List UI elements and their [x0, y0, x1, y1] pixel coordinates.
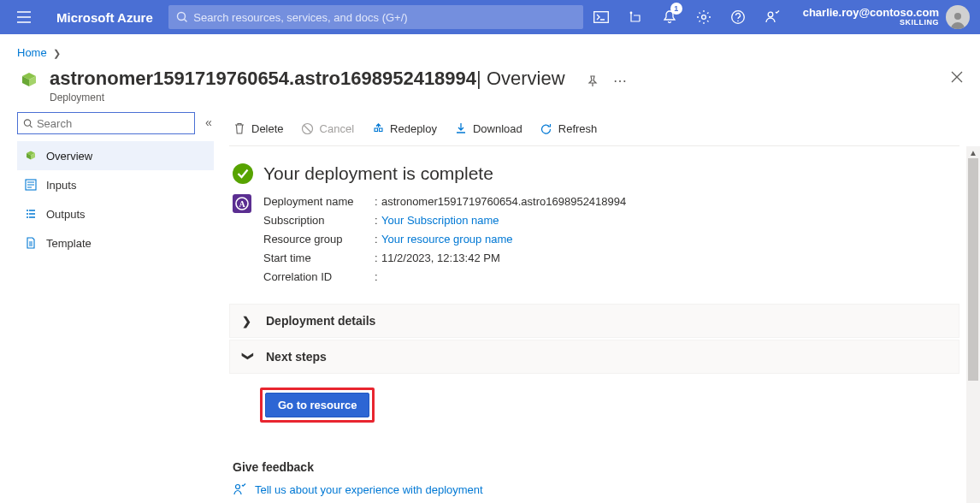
sidebar-item-label: Inputs [46, 179, 76, 192]
delete-button[interactable]: Delete [233, 122, 284, 136]
help-icon[interactable] [721, 0, 755, 34]
page-header: astronomer1591719760654.astro16989524189… [0, 64, 980, 112]
resource-group-link[interactable]: Your resource group name [381, 233, 512, 246]
go-to-resource-highlight: Go to resource [260, 388, 375, 423]
download-button[interactable]: Download [454, 122, 522, 136]
svg-point-0 [177, 13, 185, 21]
deployment-details: A Deployment name:astronomer159171976065… [233, 192, 959, 287]
cancel-button: Cancel [301, 122, 354, 136]
svg-point-2 [629, 12, 632, 15]
scrollbar-thumb[interactable] [968, 158, 978, 381]
cloud-shell-icon[interactable] [584, 0, 618, 34]
page-subtitle: Deployment [50, 92, 565, 104]
svg-rect-11 [375, 128, 378, 132]
breadcrumb: Home ❯ [0, 34, 980, 64]
status-heading: Your deployment is complete [233, 163, 959, 184]
settings-icon[interactable] [687, 0, 721, 34]
scrollbar[interactable]: ▲ ▼ [966, 146, 980, 503]
pin-icon[interactable] [586, 74, 599, 88]
svg-rect-1 [593, 12, 608, 23]
svg-point-7 [954, 13, 961, 20]
success-check-icon [233, 163, 253, 184]
breadcrumb-home[interactable]: Home [17, 46, 47, 59]
scroll-up-icon[interactable]: ▲ [967, 146, 979, 158]
refresh-icon [540, 122, 553, 136]
svg-text:A: A [239, 199, 245, 209]
subscription-link[interactable]: Your Subscription name [381, 214, 499, 227]
cube-icon [24, 149, 38, 163]
close-icon[interactable] [951, 71, 963, 83]
sidebar-item-label: Outputs [46, 208, 86, 221]
more-icon[interactable]: ⋯ [613, 73, 629, 89]
avatar[interactable] [946, 5, 970, 29]
redeploy-button[interactable]: Redeploy [371, 122, 437, 136]
brand-label[interactable]: Microsoft Azure [41, 10, 168, 25]
feedback-link-row: Tell us about your experience with deplo… [233, 482, 959, 496]
user-account[interactable]: charlie.roy@contoso.com SKILLING [789, 7, 946, 27]
feedback-link[interactable]: Tell us about your experience with deplo… [255, 483, 483, 496]
refresh-button[interactable]: Refresh [540, 122, 598, 136]
sidebar-item-label: Overview [46, 150, 92, 163]
resource-type-icon [17, 69, 41, 93]
list-icon [24, 207, 38, 221]
global-search-input[interactable] [188, 11, 576, 24]
chevron-right-icon: ❯ [53, 48, 61, 58]
svg-point-8 [24, 119, 30, 125]
sidebar-item-label: Template [46, 237, 92, 250]
svg-point-5 [737, 21, 739, 22]
go-to-resource-button[interactable]: Go to resource [265, 393, 369, 417]
notification-badge: 1 [670, 3, 682, 15]
trash-icon [233, 122, 246, 136]
feedback-icon[interactable] [755, 0, 789, 34]
user-tenant: SKILLING [803, 19, 939, 27]
toolbar: Delete Cancel Redeploy Download [229, 112, 959, 146]
cancel-icon [301, 122, 315, 136]
product-icon: A [233, 194, 251, 213]
collapse-sidebar-icon[interactable]: « [205, 115, 212, 129]
section-deployment-details[interactable]: ❯ Deployment details [229, 304, 959, 338]
main-content: Delete Cancel Redeploy Download [222, 112, 980, 503]
sidebar-item-outputs[interactable]: Outputs [17, 199, 214, 228]
user-email: charlie.roy@contoso.com [803, 7, 939, 19]
directories-icon[interactable] [618, 0, 652, 34]
hamburger-icon[interactable] [7, 0, 41, 34]
feedback-title: Give feedback [233, 460, 959, 474]
feedback-person-icon [233, 482, 246, 496]
download-icon [454, 122, 468, 136]
notifications-icon[interactable]: 1 [652, 0, 687, 34]
sidebar-item-template[interactable]: Template [17, 228, 214, 257]
page-title: astronomer1591719760654.astro16989524189… [50, 68, 565, 90]
section-next-steps[interactable]: ❯ Next steps [229, 340, 959, 374]
search-icon [175, 10, 188, 24]
form-icon [24, 178, 38, 192]
svg-point-15 [236, 485, 240, 489]
sidebar-search[interactable] [17, 112, 195, 134]
document-icon [24, 236, 38, 250]
top-bar: Microsoft Azure 1 charlie.roy@contoso.co… [0, 0, 980, 34]
chevron-down-icon: ❯ [242, 351, 255, 363]
svg-point-6 [768, 12, 773, 17]
svg-point-3 [701, 15, 705, 20]
sidebar-search-input[interactable] [37, 117, 189, 130]
sidebar-item-inputs[interactable]: Inputs [17, 170, 214, 199]
svg-rect-12 [379, 128, 382, 132]
sidebar: « Overview Inputs Outputs Template [0, 112, 222, 503]
chevron-right-icon: ❯ [242, 315, 254, 328]
redeploy-icon [371, 122, 385, 136]
global-search[interactable] [168, 5, 583, 29]
sidebar-item-overview[interactable]: Overview [17, 141, 214, 170]
